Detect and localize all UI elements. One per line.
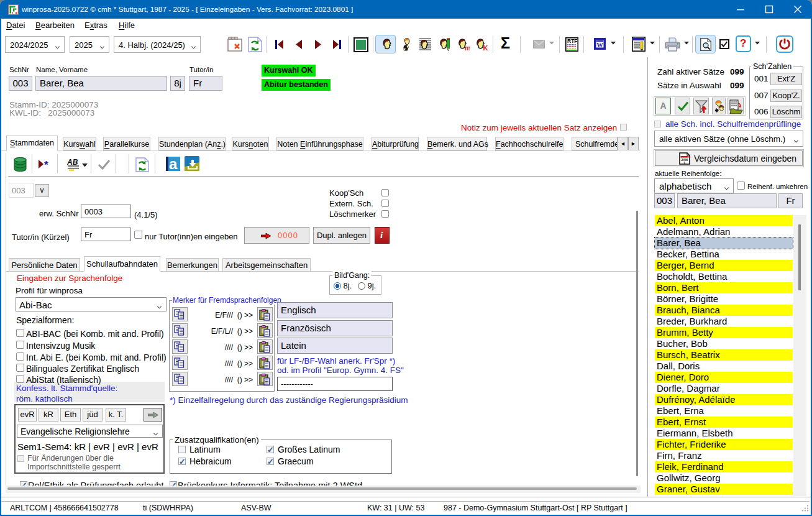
svg-text:m: m [465, 44, 470, 51]
svg-text:W: W [596, 42, 603, 48]
svg-text:AB: AB [67, 158, 78, 167]
svg-text:*: * [44, 160, 48, 169]
svg-text:K: K [483, 44, 488, 51]
svg-text:a: a [169, 157, 178, 171]
svg-text:RTF: RTF [567, 38, 578, 44]
